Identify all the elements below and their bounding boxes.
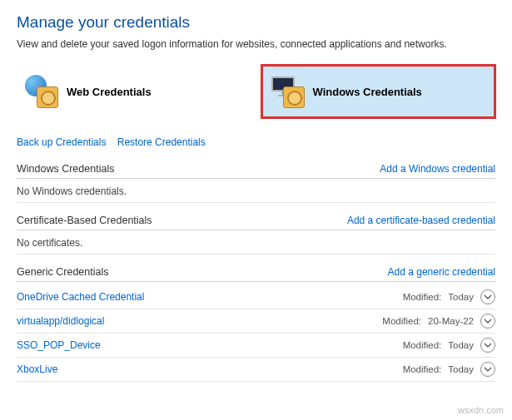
chevron-down-icon[interactable] [480,338,495,353]
section-title-generic: Generic Credentials [17,266,108,278]
chevron-down-icon[interactable] [480,289,495,304]
modified-value: Today [448,364,474,374]
credential-name[interactable]: XboxLive [17,363,57,375]
add-generic-credential-link[interactable]: Add a generic credential [388,266,495,278]
globe-vault-icon [25,75,58,108]
tab-web-credentials[interactable]: Web Credentials [17,65,248,118]
section-title-certificate: Certificate-Based Credentials [17,215,152,226]
backup-credentials-link[interactable]: Back up Credentials [17,136,106,148]
modified-label: Modified: [403,292,442,302]
credential-name[interactable]: OneDrive Cached Credential [17,291,144,303]
watermark-text: wsxdn.com [458,405,504,415]
modified-label: Modified: [403,340,442,350]
chevron-down-icon[interactable] [480,314,495,329]
credential-row[interactable]: SSO_POP_Device Modified: Today [17,334,495,358]
restore-credentials-link[interactable]: Restore Credentials [117,136,206,148]
chevron-down-icon[interactable] [480,362,495,377]
modified-label: Modified: [403,364,442,374]
modified-value: Today [448,292,474,302]
section-title-windows: Windows Credentials [17,163,114,175]
generic-credential-list: OneDrive Cached Credential Modified: Tod… [17,285,495,382]
credential-tabs: Web Credentials Windows Credentials [17,65,495,118]
credential-row[interactable]: OneDrive Cached Credential Modified: Tod… [17,285,495,309]
credential-row[interactable]: XboxLive Modified: Today [17,358,495,382]
certificate-empty-text: No certificates. [17,234,495,254]
tab-web-label: Web Credentials [67,86,152,98]
credential-name[interactable]: virtualapp/didlogical [17,315,104,327]
add-windows-credential-link[interactable]: Add a Windows credential [380,163,495,175]
monitor-vault-icon [271,75,305,108]
page-subtitle: View and delete your saved logon informa… [17,38,495,50]
tab-windows-label: Windows Credentials [313,86,422,98]
section-generic-credentials: Generic Credentials Add a generic creden… [17,266,495,382]
tab-windows-credentials[interactable]: Windows Credentials [261,65,496,118]
windows-empty-text: No Windows credentials. [17,182,495,203]
credential-row[interactable]: virtualapp/didlogical Modified: 20-May-2… [17,309,495,334]
modified-value: Today [448,340,474,350]
add-certificate-credential-link[interactable]: Add a certificate-based credential [347,215,495,226]
page-title: Manage your credentials [17,13,495,32]
modified-label: Modified: [382,316,421,326]
credential-name[interactable]: SSO_POP_Device [17,339,101,351]
section-windows-credentials: Windows Credentials Add a Windows creden… [17,163,495,203]
section-certificate-credentials: Certificate-Based Credentials Add a cert… [17,215,495,254]
modified-value: 20-May-22 [428,316,474,326]
credential-links: Back up Credentials Restore Credentials [17,136,495,148]
